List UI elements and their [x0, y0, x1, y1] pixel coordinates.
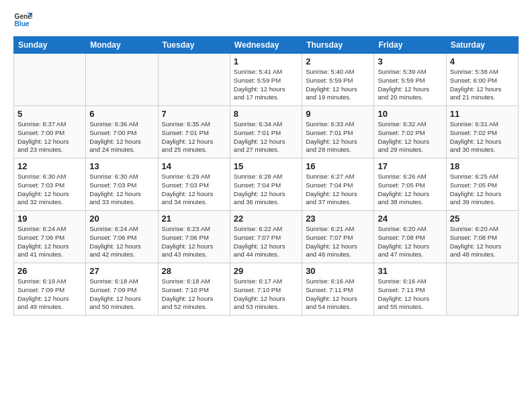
day-info: Sunrise: 6:17 AM Sunset: 7:10 PM Dayligh…: [234, 277, 298, 312]
day-number: 13: [89, 161, 154, 171]
day-number: 4: [450, 56, 515, 66]
day-info: Sunrise: 6:37 AM Sunset: 7:00 PM Dayligh…: [17, 120, 82, 154]
calendar-cell: [14, 54, 86, 106]
calendar-week-row: 19Sunrise: 6:24 AM Sunset: 7:06 PM Dayli…: [14, 211, 519, 263]
day-number: 11: [450, 109, 515, 119]
calendar-cell: 2Sunrise: 5:40 AM Sunset: 5:59 PM Daylig…: [302, 54, 374, 106]
calendar-week-row: 26Sunrise: 6:19 AM Sunset: 7:09 PM Dayli…: [14, 263, 519, 316]
calendar-day-header: Monday: [86, 37, 158, 54]
day-info: Sunrise: 6:20 AM Sunset: 7:08 PM Dayligh…: [378, 225, 442, 259]
logo: General Blue: [13, 11, 35, 30]
calendar-cell: 23Sunrise: 6:21 AM Sunset: 7:07 PM Dayli…: [302, 211, 374, 263]
calendar-week-row: 5Sunrise: 6:37 AM Sunset: 7:00 PM Daylig…: [14, 106, 519, 158]
calendar-cell: 16Sunrise: 6:27 AM Sunset: 7:04 PM Dayli…: [302, 158, 374, 211]
day-info: Sunrise: 6:21 AM Sunset: 7:07 PM Dayligh…: [306, 225, 370, 259]
calendar-cell: 22Sunrise: 6:22 AM Sunset: 7:07 PM Dayli…: [230, 211, 302, 263]
day-number: 17: [378, 161, 442, 171]
day-info: Sunrise: 6:22 AM Sunset: 7:07 PM Dayligh…: [234, 225, 298, 259]
calendar-day-header: Thursday: [302, 37, 374, 54]
page: General Blue SundayMondayTuesdayWednesda…: [0, 0, 532, 411]
calendar-cell: 19Sunrise: 6:24 AM Sunset: 7:06 PM Dayli…: [14, 211, 86, 263]
calendar-cell: 24Sunrise: 6:20 AM Sunset: 7:08 PM Dayli…: [374, 211, 446, 263]
logo-icon: General Blue: [13, 11, 32, 30]
day-number: 16: [306, 161, 370, 171]
day-number: 30: [306, 266, 370, 276]
calendar-cell: 26Sunrise: 6:19 AM Sunset: 7:09 PM Dayli…: [14, 263, 86, 316]
day-info: Sunrise: 6:31 AM Sunset: 7:02 PM Dayligh…: [450, 120, 515, 154]
day-info: Sunrise: 6:26 AM Sunset: 7:05 PM Dayligh…: [378, 173, 442, 207]
calendar-week-row: 1Sunrise: 5:41 AM Sunset: 5:59 PM Daylig…: [14, 54, 519, 106]
day-info: Sunrise: 6:36 AM Sunset: 7:00 PM Dayligh…: [89, 120, 154, 154]
day-info: Sunrise: 6:30 AM Sunset: 7:03 PM Dayligh…: [89, 173, 154, 207]
day-info: Sunrise: 6:18 AM Sunset: 7:10 PM Dayligh…: [162, 277, 226, 312]
day-info: Sunrise: 6:23 AM Sunset: 7:06 PM Dayligh…: [162, 225, 226, 259]
calendar-cell: 1Sunrise: 5:41 AM Sunset: 5:59 PM Daylig…: [230, 54, 302, 106]
calendar-cell: 27Sunrise: 6:18 AM Sunset: 7:09 PM Dayli…: [86, 263, 158, 316]
day-number: 31: [378, 266, 442, 276]
day-info: Sunrise: 5:38 AM Sunset: 6:00 PM Dayligh…: [450, 68, 515, 102]
calendar-cell: 8Sunrise: 6:34 AM Sunset: 7:01 PM Daylig…: [230, 106, 302, 158]
header: General Blue: [13, 11, 519, 30]
day-info: Sunrise: 6:34 AM Sunset: 7:01 PM Dayligh…: [234, 120, 298, 154]
day-info: Sunrise: 6:29 AM Sunset: 7:03 PM Dayligh…: [162, 173, 226, 207]
day-info: Sunrise: 6:16 AM Sunset: 7:11 PM Dayligh…: [378, 277, 442, 312]
day-info: Sunrise: 6:25 AM Sunset: 7:05 PM Dayligh…: [450, 173, 515, 207]
calendar-cell: 18Sunrise: 6:25 AM Sunset: 7:05 PM Dayli…: [446, 158, 518, 211]
calendar-cell: [86, 54, 158, 106]
day-number: 21: [162, 214, 226, 224]
day-info: Sunrise: 6:24 AM Sunset: 7:06 PM Dayligh…: [89, 225, 154, 259]
day-number: 27: [89, 266, 154, 276]
day-info: Sunrise: 6:27 AM Sunset: 7:04 PM Dayligh…: [306, 173, 370, 207]
day-number: 10: [378, 109, 442, 119]
calendar-cell: 20Sunrise: 6:24 AM Sunset: 7:06 PM Dayli…: [86, 211, 158, 263]
calendar-cell: 6Sunrise: 6:36 AM Sunset: 7:00 PM Daylig…: [86, 106, 158, 158]
calendar-week-row: 12Sunrise: 6:30 AM Sunset: 7:03 PM Dayli…: [14, 158, 519, 211]
day-info: Sunrise: 5:39 AM Sunset: 5:59 PM Dayligh…: [378, 68, 442, 102]
calendar-cell: 12Sunrise: 6:30 AM Sunset: 7:03 PM Dayli…: [14, 158, 86, 211]
day-info: Sunrise: 6:18 AM Sunset: 7:09 PM Dayligh…: [89, 277, 154, 312]
day-number: 2: [306, 56, 370, 66]
day-number: 5: [17, 109, 82, 119]
calendar-cell: [446, 263, 518, 316]
day-number: 25: [450, 214, 515, 224]
calendar-cell: [158, 54, 230, 106]
calendar-day-header: Sunday: [14, 37, 86, 54]
calendar-cell: 3Sunrise: 5:39 AM Sunset: 5:59 PM Daylig…: [374, 54, 446, 106]
day-info: Sunrise: 6:28 AM Sunset: 7:04 PM Dayligh…: [234, 173, 298, 207]
calendar-header-row: SundayMondayTuesdayWednesdayThursdayFrid…: [14, 37, 519, 54]
day-number: 1: [234, 56, 298, 66]
day-info: Sunrise: 6:35 AM Sunset: 7:01 PM Dayligh…: [162, 120, 226, 154]
calendar-cell: 5Sunrise: 6:37 AM Sunset: 7:00 PM Daylig…: [14, 106, 86, 158]
day-info: Sunrise: 6:30 AM Sunset: 7:03 PM Dayligh…: [17, 173, 82, 207]
calendar-cell: 30Sunrise: 6:16 AM Sunset: 7:11 PM Dayli…: [302, 263, 374, 316]
calendar-day-header: Friday: [374, 37, 446, 54]
calendar-day-header: Tuesday: [158, 37, 230, 54]
day-info: Sunrise: 6:19 AM Sunset: 7:09 PM Dayligh…: [17, 277, 82, 312]
calendar-cell: 31Sunrise: 6:16 AM Sunset: 7:11 PM Dayli…: [374, 263, 446, 316]
day-number: 12: [17, 161, 82, 171]
day-info: Sunrise: 6:16 AM Sunset: 7:11 PM Dayligh…: [306, 277, 370, 312]
calendar-day-header: Wednesday: [230, 37, 302, 54]
day-number: 23: [306, 214, 370, 224]
calendar-cell: 25Sunrise: 6:20 AM Sunset: 7:08 PM Dayli…: [446, 211, 518, 263]
calendar-cell: 28Sunrise: 6:18 AM Sunset: 7:10 PM Dayli…: [158, 263, 230, 316]
day-info: Sunrise: 6:32 AM Sunset: 7:02 PM Dayligh…: [378, 120, 442, 154]
day-number: 6: [89, 109, 154, 119]
day-number: 14: [162, 161, 226, 171]
day-number: 9: [306, 109, 370, 119]
day-number: 7: [162, 109, 226, 119]
calendar-cell: 14Sunrise: 6:29 AM Sunset: 7:03 PM Dayli…: [158, 158, 230, 211]
day-number: 24: [378, 214, 442, 224]
day-number: 19: [17, 214, 82, 224]
calendar-cell: 11Sunrise: 6:31 AM Sunset: 7:02 PM Dayli…: [446, 106, 518, 158]
calendar-table: SundayMondayTuesdayWednesdayThursdayFrid…: [13, 36, 519, 316]
day-info: Sunrise: 5:41 AM Sunset: 5:59 PM Dayligh…: [234, 68, 298, 102]
day-info: Sunrise: 6:24 AM Sunset: 7:06 PM Dayligh…: [17, 225, 82, 259]
calendar-cell: 9Sunrise: 6:33 AM Sunset: 7:01 PM Daylig…: [302, 106, 374, 158]
day-number: 18: [450, 161, 515, 171]
calendar-cell: 29Sunrise: 6:17 AM Sunset: 7:10 PM Dayli…: [230, 263, 302, 316]
svg-text:Blue: Blue: [15, 20, 30, 28]
day-number: 26: [17, 266, 82, 276]
calendar-cell: 17Sunrise: 6:26 AM Sunset: 7:05 PM Dayli…: [374, 158, 446, 211]
calendar-cell: 21Sunrise: 6:23 AM Sunset: 7:06 PM Dayli…: [158, 211, 230, 263]
